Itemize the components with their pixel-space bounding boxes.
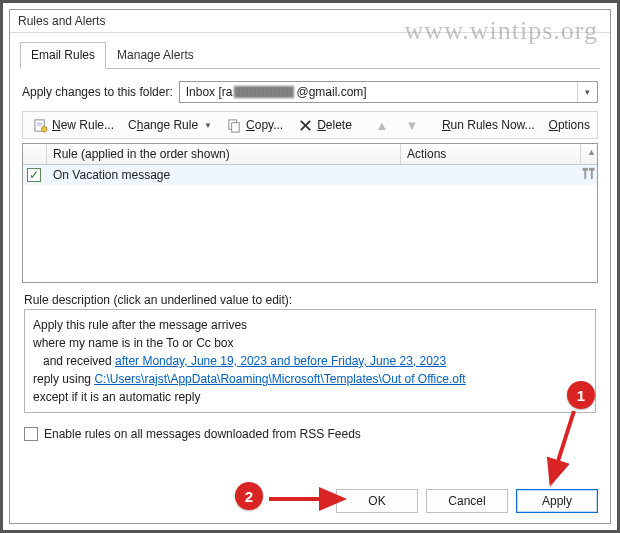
new-rule-icon xyxy=(32,117,48,133)
up-arrow-icon: ▲ xyxy=(374,117,390,133)
rule-checkbox[interactable]: ✓ xyxy=(27,168,41,182)
delete-button[interactable]: Delete xyxy=(292,115,357,135)
date-range-link[interactable]: after Monday, June 19, 2023 and before F… xyxy=(115,354,446,368)
svg-point-3 xyxy=(41,126,47,132)
desc-line: except if it is an automatic reply xyxy=(33,388,587,406)
desc-line: and received after Monday, June 19, 2023… xyxy=(33,352,587,370)
rss-label: Enable rules on all messages downloaded … xyxy=(44,427,361,441)
copy-icon xyxy=(226,117,242,133)
dialog-title: Rules and Alerts xyxy=(10,10,610,33)
svg-rect-2 xyxy=(36,124,42,125)
list-header: Rule (applied in the order shown) Action… xyxy=(23,144,597,165)
tab-manage-alerts[interactable]: Manage Alerts xyxy=(106,42,205,69)
desc-line: where my name is in the To or Cc box xyxy=(33,334,587,352)
redacted-text xyxy=(234,86,294,98)
desc-line: Apply this rule after the message arrive… xyxy=(33,316,587,334)
copy-button[interactable]: Copy... xyxy=(221,115,288,135)
template-path-link[interactable]: C:\Users\rajst\AppData\Roaming\Microsoft… xyxy=(94,372,465,386)
run-rules-now-button[interactable]: Run Rules Now... xyxy=(437,116,540,134)
rule-name: On Vacation message xyxy=(47,165,401,185)
cancel-button[interactable]: Cancel xyxy=(426,489,508,513)
chevron-down-icon: ▼ xyxy=(204,121,212,130)
chevron-down-icon[interactable]: ▾ xyxy=(577,82,597,102)
svg-rect-11 xyxy=(589,168,595,171)
options-button[interactable]: Options xyxy=(544,116,595,134)
apply-button[interactable]: Apply xyxy=(516,489,598,513)
delete-icon xyxy=(297,117,313,133)
rules-list: Rule (applied in the order shown) Action… xyxy=(22,143,598,283)
change-rule-button[interactable]: Change Rule▼ xyxy=(123,116,217,134)
down-arrow-icon: ▼ xyxy=(404,117,420,133)
rule-actions-icon xyxy=(581,166,597,184)
col-rule[interactable]: Rule (applied in the order shown) xyxy=(47,144,401,164)
desc-line: reply using C:\Users\rajst\AppData\Roami… xyxy=(33,370,587,388)
folder-value-prefix: Inbox [ra xyxy=(186,85,233,99)
rule-description-box: Apply this rule after the message arrive… xyxy=(24,309,596,413)
move-down-button[interactable]: ▼ xyxy=(399,115,425,135)
folder-select[interactable]: Inbox [ra@gmail.com] ▾ xyxy=(179,81,598,103)
svg-rect-5 xyxy=(231,122,239,131)
col-checkbox xyxy=(23,144,47,164)
tab-email-rules[interactable]: Email Rules xyxy=(20,42,106,69)
apply-changes-label: Apply changes to this folder: xyxy=(22,85,173,99)
svg-rect-9 xyxy=(582,168,588,171)
rules-toolbar: New Rule... Change Rule▼ Copy... Delete … xyxy=(22,111,598,139)
rss-checkbox[interactable] xyxy=(24,427,38,441)
list-row[interactable]: ✓ On Vacation message xyxy=(23,165,597,185)
scroll-up-icon: ▲ xyxy=(581,144,597,164)
col-actions[interactable]: Actions xyxy=(401,144,581,164)
ok-button[interactable]: OK xyxy=(336,489,418,513)
rule-description-label: Rule description (click an underlined va… xyxy=(24,293,596,307)
rules-and-alerts-dialog: Rules and Alerts www.wintips.org Email R… xyxy=(9,9,611,524)
move-up-button[interactable]: ▲ xyxy=(369,115,395,135)
svg-rect-1 xyxy=(36,122,42,123)
new-rule-button[interactable]: New Rule... xyxy=(27,115,119,135)
folder-value-suffix: @gmail.com] xyxy=(296,85,366,99)
tab-strip: Email Rules Manage Alerts xyxy=(20,41,600,69)
